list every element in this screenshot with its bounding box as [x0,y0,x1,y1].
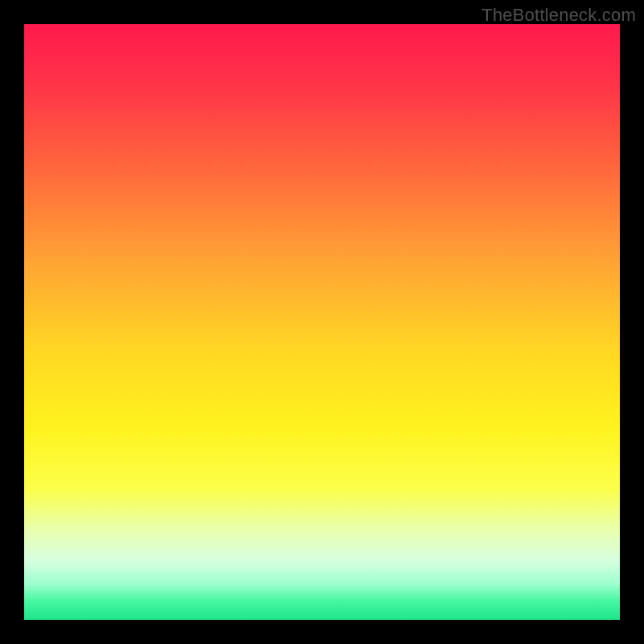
gradient-background [24,24,620,620]
plot-area [24,24,620,620]
chart-frame: TheBottleneck.com [0,0,644,644]
watermark-text: TheBottleneck.com [481,5,636,26]
